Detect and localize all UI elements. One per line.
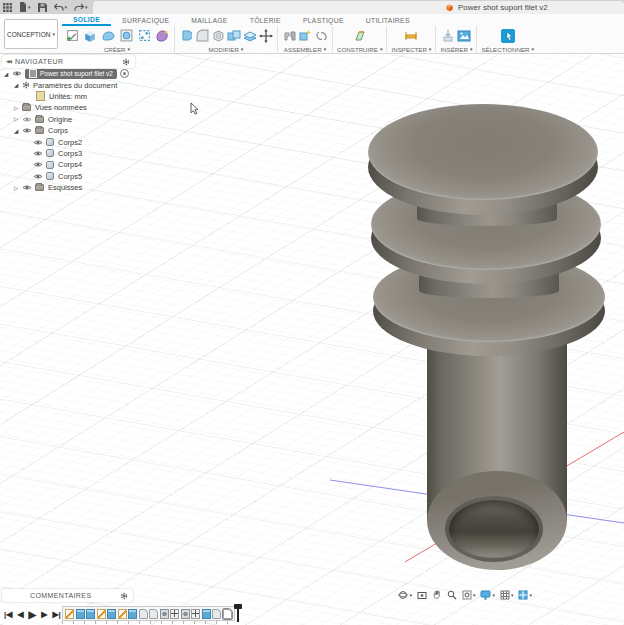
modify-group-label[interactable]: MODIFIER▾	[209, 46, 244, 53]
timeline-feature-sketch[interactable]	[65, 609, 74, 619]
timeline-feature-extrude[interactable]	[128, 609, 137, 619]
tree-item-units[interactable]: Unités: mm	[0, 91, 129, 102]
tab-tolerie[interactable]: TÔLERIE	[239, 14, 292, 26]
visibility-eye-icon[interactable]	[33, 173, 44, 180]
expand-arrow-icon[interactable]: ◢	[4, 71, 12, 77]
press-pull-icon[interactable]	[179, 28, 193, 44]
create-sketch-icon[interactable]	[64, 28, 80, 44]
redo-icon[interactable]: ▾	[74, 3, 88, 12]
expand-arrow-icon[interactable]: ◢	[14, 82, 22, 88]
tab-solide[interactable]: SOLIDE	[62, 14, 111, 26]
collapsed-arrow-icon[interactable]: ▷	[14, 116, 22, 122]
fillet-icon[interactable]	[195, 28, 209, 44]
freeform-icon[interactable]	[100, 28, 116, 44]
step-forward-button[interactable]: ▶	[41, 611, 47, 619]
extrude-icon[interactable]	[82, 28, 98, 44]
combine-icon[interactable]	[227, 28, 241, 44]
zoom-icon[interactable]	[447, 590, 457, 600]
timeline-feature-combine[interactable]	[181, 609, 190, 619]
visibility-eye-icon[interactable]	[33, 150, 44, 157]
timeline-feature-sketch[interactable]	[118, 609, 127, 619]
construction-plane-icon[interactable]	[352, 28, 368, 44]
tree-item-document-settings[interactable]: ◢ Paramètres du document	[0, 79, 129, 90]
tree-item-body3[interactable]: Corps3	[0, 148, 129, 159]
timeline-feature-fillet[interactable]	[212, 609, 221, 619]
create-group-label[interactable]: CRÉER▾	[104, 46, 130, 53]
move-copy-icon[interactable]	[259, 28, 273, 44]
revolve-icon[interactable]	[118, 28, 134, 44]
document-tab[interactable]: Power shot suport filet v2	[93, 1, 624, 14]
comments-panel-header[interactable]: COMMENTAIRES	[2, 589, 133, 602]
tree-item-root[interactable]: ◢ Power shot suport filet v2	[0, 68, 129, 79]
timeline-feature-extrude[interactable]	[86, 609, 95, 619]
collapsed-arrow-icon[interactable]: ▷	[14, 185, 22, 191]
timeline-feature-extrude[interactable]	[107, 609, 116, 619]
expand-arrow-icon[interactable]: ◢	[14, 128, 22, 134]
fit-icon[interactable]: ▾	[462, 590, 476, 600]
go-to-end-button[interactable]: ▶|	[52, 611, 60, 619]
new-component-icon[interactable]	[282, 28, 296, 44]
assemble-group-label[interactable]: ASSEMBLER▾	[284, 46, 326, 53]
tree-item-sketches[interactable]: ▷ Esquisses	[0, 182, 129, 193]
visibility-eye-icon[interactable]	[22, 127, 33, 134]
joint-icon[interactable]	[298, 28, 312, 44]
workspace-selector[interactable]: CONCEPTION▾	[4, 19, 58, 49]
data-panel-toggle-icon[interactable]	[3, 3, 12, 12]
visibility-eye-icon[interactable]	[22, 116, 33, 123]
comments-settings-icon[interactable]	[120, 592, 128, 600]
tree-item-origin[interactable]: ▷ Origine	[0, 114, 129, 125]
undo-icon[interactable]: ▾	[54, 3, 68, 12]
root-component-pill[interactable]: Power shot suport filet v2	[25, 69, 117, 79]
play-button[interactable]: ▶	[29, 610, 37, 620]
orbit-icon[interactable]: ▾	[398, 590, 412, 600]
timeline-feature-extrude[interactable]	[202, 609, 211, 619]
tab-surfacique[interactable]: SURFACIQUE	[111, 14, 180, 26]
save-icon[interactable]	[38, 3, 47, 12]
timeline-feature-extrude[interactable]	[76, 609, 85, 619]
tab-plastique[interactable]: PLASTIQUE	[292, 14, 355, 26]
visibility-eye-icon[interactable]	[33, 161, 44, 168]
tab-utilitaires[interactable]: UTILITAIRES	[355, 14, 421, 26]
timeline-feature-sketch[interactable]	[97, 609, 106, 619]
tree-item-bodies[interactable]: ◢ Corps	[0, 125, 129, 136]
collapse-panel-icon[interactable]: ◀◀	[6, 59, 11, 64]
derive-icon[interactable]	[136, 28, 152, 44]
select-tool-icon[interactable]	[500, 28, 516, 44]
timeline-feature-combine[interactable]	[160, 609, 169, 619]
construct-group-label[interactable]: CONSTRUIRE▾	[337, 46, 382, 53]
timeline-position-marker[interactable]	[237, 605, 239, 622]
create-form-icon[interactable]	[154, 28, 170, 44]
insert-image-icon[interactable]	[457, 28, 471, 44]
inspect-group-label[interactable]: INSPECTER▾	[391, 46, 431, 53]
measure-icon[interactable]	[403, 28, 419, 44]
go-to-start-button[interactable]: |◀	[4, 611, 12, 619]
tree-item-body5[interactable]: Corps5	[0, 171, 129, 182]
visibility-eye-icon[interactable]	[33, 139, 44, 146]
timeline-feature-move[interactable]	[170, 609, 179, 619]
tree-item-body4[interactable]: Corps4	[0, 159, 129, 170]
viewport-canvas[interactable]: ◀◀ NAVIGATEUR ◢ Power shot suport filet …	[0, 54, 624, 625]
collapsed-arrow-icon[interactable]: ▷	[14, 105, 22, 111]
display-settings-icon[interactable]: ▾	[480, 590, 495, 600]
visibility-eye-icon[interactable]	[12, 70, 23, 77]
timeline-feature-move[interactable]	[191, 609, 200, 619]
timeline-feature-fillet[interactable]	[223, 609, 232, 619]
split-body-icon[interactable]	[243, 28, 257, 44]
timeline-feature-strip[interactable]	[62, 606, 235, 621]
select-group-label[interactable]: SÉLECTIONNER▾	[481, 46, 534, 53]
insert-derive-icon[interactable]	[441, 28, 455, 44]
as-built-joint-icon[interactable]	[314, 28, 328, 44]
tab-maillage[interactable]: MAILLAGE	[180, 14, 238, 26]
file-menu-icon[interactable]: ▾	[19, 2, 31, 12]
tree-item-body2[interactable]: Corps2	[0, 136, 129, 147]
shell-icon[interactable]	[211, 28, 225, 44]
navigator-settings-icon[interactable]	[122, 58, 130, 66]
viewports-icon[interactable]: ▾	[518, 590, 532, 600]
step-back-button[interactable]: ◀	[17, 611, 23, 619]
timeline-feature-fillet[interactable]	[139, 609, 148, 619]
timeline-feature-fillet[interactable]	[149, 609, 158, 619]
tree-item-named-views[interactable]: ▷ Vues nommées	[0, 102, 129, 113]
navigator-panel-header[interactable]: ◀◀ NAVIGATEUR	[2, 55, 135, 68]
activate-component-radio[interactable]	[120, 69, 129, 78]
insert-group-label[interactable]: INSÉRER▾	[440, 46, 472, 53]
